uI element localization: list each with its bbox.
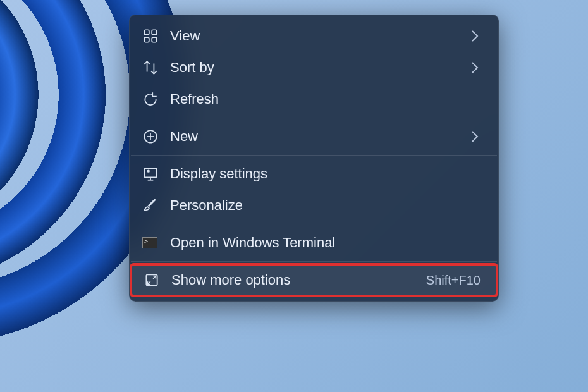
chevron-right-icon — [470, 61, 486, 74]
chevron-right-icon — [470, 130, 486, 143]
menu-item-display-settings[interactable]: Display settings — [130, 158, 498, 190]
sort-icon — [142, 59, 170, 76]
menu-label: New — [170, 128, 470, 145]
menu-label: Personalize — [170, 197, 486, 214]
desktop-context-menu: View Sort by Refresh New Disp — [129, 15, 499, 302]
menu-label: Show more options — [171, 272, 426, 288]
menu-label: Refresh — [170, 91, 486, 107]
menu-label: View — [170, 28, 470, 44]
expand-icon — [144, 272, 171, 288]
menu-item-personalize[interactable]: Personalize — [130, 190, 498, 221]
menu-item-sort-by[interactable]: Sort by — [130, 52, 498, 83]
svg-rect-3 — [152, 37, 157, 42]
grid-icon — [142, 28, 170, 44]
menu-label: Sort by — [170, 59, 470, 76]
paintbrush-icon — [142, 197, 170, 214]
menu-item-refresh[interactable]: Refresh — [130, 83, 498, 115]
display-settings-icon — [142, 166, 170, 182]
keyboard-shortcut: Shift+F10 — [426, 273, 484, 288]
menu-separator — [131, 261, 497, 262]
menu-label: Open in Windows Terminal — [170, 235, 486, 251]
menu-separator — [131, 155, 497, 156]
chevron-right-icon — [470, 30, 486, 42]
menu-separator — [131, 118, 497, 118]
menu-item-view[interactable]: View — [130, 20, 498, 52]
terminal-icon — [142, 237, 170, 248]
menu-item-open-terminal[interactable]: Open in Windows Terminal — [130, 227, 498, 259]
plus-circle-icon — [142, 128, 170, 145]
svg-point-10 — [147, 170, 150, 173]
menu-separator — [131, 224, 497, 224]
svg-rect-7 — [144, 168, 157, 177]
menu-item-new[interactable]: New — [130, 121, 498, 152]
menu-item-show-more-options[interactable]: Show more options Shift+F10 — [131, 264, 497, 296]
svg-rect-2 — [144, 37, 149, 42]
menu-label: Display settings — [170, 166, 486, 182]
svg-rect-0 — [144, 30, 149, 35]
svg-rect-1 — [152, 30, 157, 35]
refresh-icon — [142, 91, 170, 107]
